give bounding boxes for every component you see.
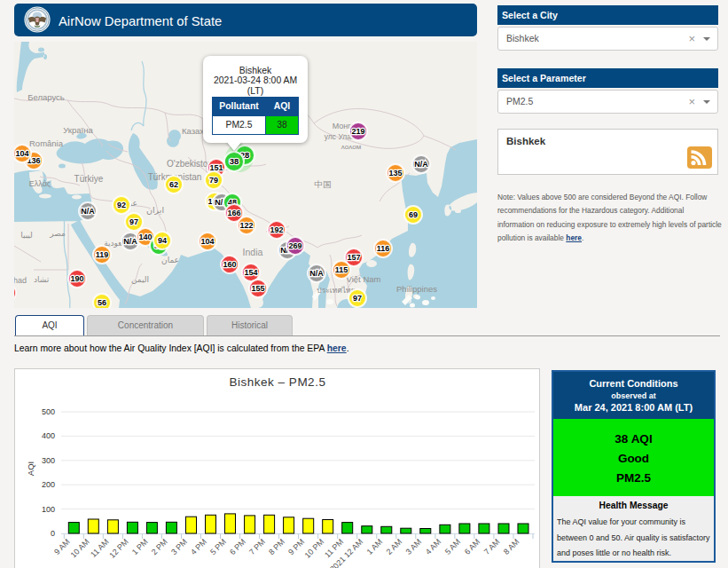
svg-text:10 PM: 10 PM xyxy=(303,537,325,559)
svg-text:11 AM: 11 AM xyxy=(89,537,111,559)
svg-text:157: 157 xyxy=(347,253,360,262)
svg-text:56: 56 xyxy=(98,298,106,307)
svg-text:154: 154 xyxy=(244,268,257,277)
svg-text:140: 140 xyxy=(138,233,152,241)
svg-text:Беларусь: Беларусь xyxy=(27,92,65,102)
svg-text:12 PM: 12 PM xyxy=(107,537,129,559)
svg-text:160: 160 xyxy=(223,260,236,269)
svg-text:România: România xyxy=(29,138,64,148)
svg-text:79: 79 xyxy=(209,176,218,185)
svg-text:中国: 中国 xyxy=(315,179,332,189)
svg-text:O'zbekiston: O'zbekiston xyxy=(167,159,213,169)
svg-text:200: 200 xyxy=(42,480,55,489)
svg-text:5 PM: 5 PM xyxy=(208,537,228,556)
svg-text:Україна: Україна xyxy=(63,125,93,135)
svg-text:N/A: N/A xyxy=(309,269,324,278)
svg-text:تشاد: تشاد xyxy=(34,275,50,284)
svg-text:1 PM: 1 PM xyxy=(130,537,150,556)
svg-text:N/A: N/A xyxy=(414,160,428,169)
svg-text:97: 97 xyxy=(129,217,138,226)
svg-text:ليبيا: ليبيا xyxy=(20,231,33,240)
svg-text:92: 92 xyxy=(117,201,126,209)
svg-text:115: 115 xyxy=(335,265,348,274)
svg-text:269: 269 xyxy=(288,241,301,250)
svg-text:69: 69 xyxy=(409,210,418,219)
svg-text:مصر: مصر xyxy=(49,229,66,238)
svg-text:Tchad: Tchad xyxy=(14,276,27,285)
svg-text:3 AM: 3 AM xyxy=(404,537,424,556)
svg-text:192: 192 xyxy=(270,225,283,234)
svg-text:300: 300 xyxy=(42,456,55,465)
svg-text:6 PM: 6 PM xyxy=(228,537,247,556)
svg-text:104: 104 xyxy=(200,237,214,246)
svg-text:97: 97 xyxy=(353,294,362,303)
svg-text:Türkiye: Türkiye xyxy=(74,174,104,184)
svg-text:500: 500 xyxy=(42,407,55,416)
svg-text:400: 400 xyxy=(42,431,55,440)
svg-text:Việt Nam: Việt Nam xyxy=(347,274,381,284)
svg-text:ایران: ایران xyxy=(146,205,164,215)
svg-text:5 AM: 5 AM xyxy=(443,537,463,556)
svg-text:Philippines: Philippines xyxy=(396,284,437,294)
svg-text:AQI: AQI xyxy=(26,462,35,476)
svg-text:1 AM: 1 AM xyxy=(365,537,385,556)
svg-text:62: 62 xyxy=(169,180,178,189)
svg-text:104: 104 xyxy=(15,149,28,158)
svg-text:116: 116 xyxy=(377,244,390,253)
svg-text:2 PM: 2 PM xyxy=(150,537,169,556)
svg-text:94: 94 xyxy=(158,236,167,245)
svg-text:8 PM: 8 PM xyxy=(267,537,286,556)
svg-text:119: 119 xyxy=(96,250,109,259)
svg-text:7 AM: 7 AM xyxy=(482,537,502,556)
svg-text:4 AM: 4 AM xyxy=(424,537,443,556)
svg-text:ᴧоᴧоᴍ: ᴧоᴧоᴍ xyxy=(341,143,361,151)
svg-text:عمان: عمان xyxy=(161,256,179,264)
svg-text:N/A: N/A xyxy=(81,207,95,216)
svg-text:Ελλάς: Ελλάς xyxy=(29,179,51,188)
svg-text:0: 0 xyxy=(51,529,55,538)
svg-text:100: 100 xyxy=(42,505,55,514)
svg-text:219: 219 xyxy=(351,127,364,136)
svg-text:38: 38 xyxy=(230,156,239,166)
svg-text:166: 166 xyxy=(227,209,240,217)
svg-text:اليمن: اليمن xyxy=(131,275,149,284)
svg-text:8 AM: 8 AM xyxy=(502,537,521,556)
svg-text:India: India xyxy=(243,247,263,257)
svg-text:122: 122 xyxy=(239,221,253,230)
svg-text:Bishkek – PM2.5: Bishkek – PM2.5 xyxy=(230,375,326,389)
svg-text:N/A: N/A xyxy=(123,237,137,246)
svg-text:155: 155 xyxy=(251,284,264,293)
svg-text:10 AM: 10 AM xyxy=(69,537,91,559)
svg-text:4 PM: 4 PM xyxy=(189,537,208,556)
svg-text:7 PM: 7 PM xyxy=(247,537,267,556)
svg-text:6 AM: 6 AM xyxy=(463,537,482,556)
svg-text:2 AM: 2 AM xyxy=(385,537,404,556)
svg-text:190: 190 xyxy=(70,274,83,283)
svg-text:3 PM: 3 PM xyxy=(169,537,189,556)
svg-text:135: 135 xyxy=(388,169,402,178)
